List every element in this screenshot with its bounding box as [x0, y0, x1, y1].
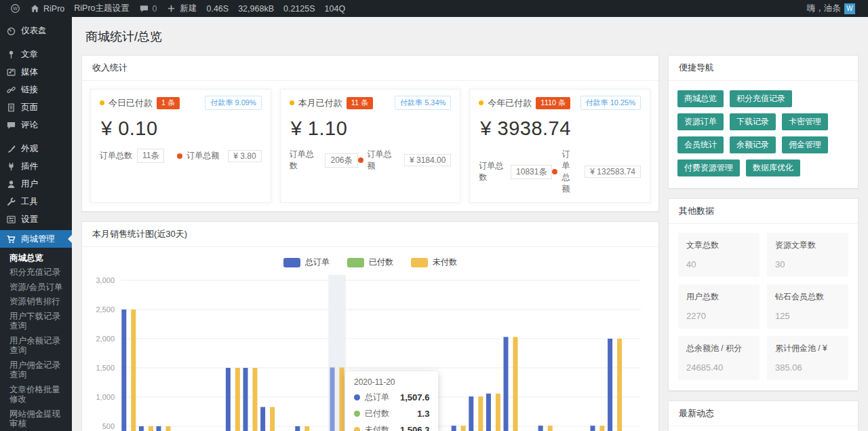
store-icon	[6, 234, 16, 244]
sidebar-item-links[interactable]: 链接	[0, 81, 72, 98]
quick-nav-button-overview[interactable]: 商城总览	[677, 90, 724, 107]
chart-legend: 总订单 已付数 未付数	[82, 247, 658, 269]
sidebar-item-store[interactable]: 商城管理	[0, 230, 72, 248]
income-panel-title: 收入统计	[82, 56, 658, 81]
quick-nav-button-paidres[interactable]: 付费资源管理	[677, 160, 740, 176]
posts-icon	[6, 50, 16, 60]
stat-posts-total: 文章总数40	[678, 233, 760, 277]
sidebar-item-plugins[interactable]: 插件	[0, 157, 72, 175]
legend-item-paid[interactable]: 已付数	[347, 257, 393, 268]
comments-link[interactable]: 0	[134, 0, 162, 17]
status-dot-icon	[290, 100, 294, 105]
store-submenu: 商城总览 积分充值记录 资源/会员订单 资源销售排行 用户下载记录查询 用户余额…	[0, 248, 72, 431]
legend-swatch	[411, 258, 428, 267]
sales-bar-chart[interactable]: 05001,0001,5002,0002,5003,0002020-11-082…	[82, 269, 658, 431]
submenu-item-bulk-price[interactable]: 文章价格批量修改	[0, 382, 72, 407]
submenu-item-sales-ranking[interactable]: 资源销售排行	[0, 295, 72, 310]
comment-icon	[139, 3, 149, 14]
orders-count: 11条	[137, 149, 164, 163]
status-dot-icon	[100, 100, 104, 105]
legend-item-unpaid[interactable]: 未付数	[411, 257, 457, 268]
stat-users-total: 用户总数2270	[678, 284, 760, 329]
stat-balance-pool: 总余额池 / 积分24685.40	[678, 336, 760, 380]
account-menu[interactable]: 嗨，油条W	[802, 0, 860, 17]
stat-resource-posts: 资源文章数30	[767, 233, 848, 277]
theme-settings-link[interactable]: RiPro主题设置	[69, 0, 134, 17]
total-amount: ¥ 3.80	[228, 150, 261, 162]
income-card-year: 今年已付款 1110 条 付款率 10.25% ¥ 3938.74 订单总数 1…	[469, 89, 650, 203]
total-label: 订单总额	[561, 149, 576, 195]
quick-nav-button-balance[interactable]: 余额记录	[730, 136, 776, 153]
status-dot-icon	[358, 157, 363, 163]
svg-text:2,000: 2,000	[96, 335, 115, 343]
count-badge: 11 条	[347, 97, 373, 109]
perf-stat-memory: 32,968kB	[233, 4, 279, 14]
site-link[interactable]: RiPro	[25, 0, 69, 17]
svg-text:2,500: 2,500	[96, 305, 115, 314]
sidebar-item-comments[interactable]: 评论	[0, 116, 72, 134]
perf-stat-queries: 104Q	[320, 4, 351, 14]
amount-value: ¥ 0.10	[101, 117, 262, 140]
user-avatar: W	[844, 3, 855, 14]
amount-value: ¥ 1.10	[291, 117, 452, 140]
quick-nav-button-memberstats[interactable]: 会员统计	[677, 136, 724, 153]
submenu-item-commission-records[interactable]: 用户佣金记录查询	[0, 358, 72, 382]
settings-icon	[6, 214, 16, 225]
sales-chart-panel: 本月销售统计图(近30天) 总订单 已付数 未付数 05001,0001,500…	[81, 221, 659, 431]
sidebar-item-appearance[interactable]: 外观	[0, 140, 72, 157]
users-icon	[6, 179, 16, 189]
link-icon	[6, 85, 16, 95]
pages-icon	[6, 102, 16, 113]
card-label: 今年已付款	[488, 97, 532, 109]
svg-text:3,000: 3,000	[96, 276, 115, 284]
quick-nav-button-orders[interactable]: 资源订单	[677, 113, 724, 130]
submenu-item-download-records[interactable]: 用户下载记录查询	[0, 309, 72, 333]
sidebar-item-pages[interactable]: 页面	[0, 98, 72, 116]
tools-icon	[6, 197, 16, 207]
sidebar-item-media[interactable]: 媒体	[0, 63, 72, 81]
quick-nav-button-cardkeys[interactable]: 卡密管理	[782, 113, 828, 130]
sidebar-item-users[interactable]: 用户	[0, 175, 72, 193]
quick-nav-panel: 便捷导航 商城总览积分充值记录资源订单下载记录卡密管理会员统计余额记录佣金管理付…	[668, 55, 859, 189]
legend-swatch	[347, 258, 364, 267]
wordpress-icon: W	[10, 3, 20, 14]
quick-nav-title: 便捷导航	[669, 56, 858, 81]
sidebar-item-settings[interactable]: 设置	[0, 210, 72, 228]
orders-label: 订单总数	[479, 160, 506, 183]
quick-nav-button-recharge[interactable]: 积分充值记录	[730, 90, 792, 107]
activity-panel: 最新动态 admin ： 购买资源 [¥0.10] 换算站内货币=1.00 20…	[668, 400, 859, 431]
submenu-item-orders[interactable]: 资源/会员订单	[0, 280, 72, 295]
perf-stat-time: 0.46S	[201, 4, 233, 14]
admin-bar: W RiPro RiPro主题设置 0 新建 0.46S 32,968kB 0.…	[0, 0, 868, 17]
sidebar-item-dashboard[interactable]: 仪表盘	[0, 22, 72, 39]
legend-item-total[interactable]: 总订单	[283, 257, 330, 268]
sidebar-item-tools[interactable]: 工具	[0, 193, 72, 210]
comments-icon	[6, 120, 16, 130]
orders-count: 10831条	[511, 165, 552, 179]
quick-nav-button-downloads[interactable]: 下载记录	[730, 113, 776, 130]
submenu-item-withdraw-review[interactable]: 网站佣金提现审核	[0, 407, 72, 431]
comments-count: 0	[153, 4, 157, 14]
quick-nav-button-commission[interactable]: 佣金管理	[782, 136, 828, 153]
wordpress-menu[interactable]: W	[5, 0, 25, 17]
svg-text:1,000: 1,000	[96, 393, 115, 401]
submenu-item-recharge-records[interactable]: 积分充值记录	[0, 265, 72, 280]
status-dot-icon	[552, 169, 557, 174]
income-card-today: 今日已付款 1 条 付款率 9.09% ¥ 0.10 订单总数 11条 订单总额…	[90, 89, 271, 203]
submenu-item-overview[interactable]: 商城总览	[0, 250, 72, 265]
plugins-icon	[6, 162, 16, 172]
new-content-link[interactable]: 新建	[161, 0, 201, 17]
activity-item: admin ： 购买资源 [¥0.10] 换算站内货币=1.00 2020-11…	[679, 428, 848, 431]
quick-nav-button-dboptimize[interactable]: 数据库优化	[746, 160, 800, 176]
greeting: 嗨，油条	[807, 3, 841, 14]
total-amount: ¥ 132583.74	[585, 166, 641, 178]
svg-text:W: W	[13, 6, 18, 11]
svg-text:500: 500	[102, 422, 115, 430]
activity-title: 最新动态	[669, 401, 858, 426]
total-label: 订单总额	[186, 150, 219, 162]
perf-stat-querytime: 0.2125S	[279, 4, 320, 14]
admin-sidebar: 仪表盘 文章 媒体 链接 页面 评论 外观 插件 用户 工具 设置 商城管理 商…	[0, 17, 72, 431]
other-data-title: 其他数据	[669, 199, 858, 224]
submenu-item-balance-records[interactable]: 用户余额记录查询	[0, 333, 72, 358]
sidebar-item-posts[interactable]: 文章	[0, 45, 72, 63]
